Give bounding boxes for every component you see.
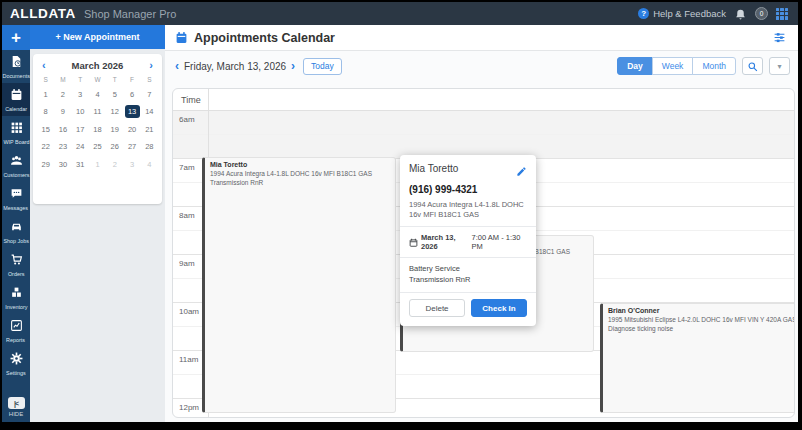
collapse-icon: |< xyxy=(8,397,25,409)
search-button[interactable] xyxy=(742,57,763,75)
minical-prev-icon[interactable]: ‹ xyxy=(42,60,46,71)
minical-day[interactable]: 1 xyxy=(37,88,54,101)
sidebar-item-reports[interactable]: Reports xyxy=(2,314,30,347)
next-day-icon[interactable]: › xyxy=(291,60,295,72)
minical-day[interactable]: 24 xyxy=(72,140,89,153)
sidebar-rail: + DocumentsCalendarWIP BoardCustomersMes… xyxy=(2,25,30,422)
sidebar-item-customers[interactable]: Customers xyxy=(2,149,30,182)
minical-day[interactable]: 6 xyxy=(123,88,140,101)
sidebar-item-calendar[interactable]: Calendar xyxy=(2,83,30,116)
minical-day[interactable]: 1 xyxy=(89,158,106,171)
customers-icon xyxy=(10,153,23,171)
prev-day-icon[interactable]: ‹ xyxy=(175,60,179,72)
popup-vehicle: 1994 Acura Integra L4-1.8L DOHC 16v MFI … xyxy=(409,200,527,220)
sidebar-add-button[interactable]: + xyxy=(2,25,30,50)
popup-date: March 13, 2026 xyxy=(421,233,469,251)
minical-day[interactable]: 8 xyxy=(37,105,54,118)
appointment-block[interactable]: Brian O'Conner1995 Mitsubishi Eclipse L4… xyxy=(600,303,795,413)
sidebar-item-label: Documents xyxy=(2,73,29,78)
minical-day[interactable]: 2 xyxy=(106,158,123,171)
minical-day[interactable]: 28 xyxy=(141,140,158,153)
sidebar-item-messages[interactable]: Messages xyxy=(2,182,30,215)
notifications-bell-icon[interactable] xyxy=(734,7,747,20)
minical-day[interactable]: 5 xyxy=(106,88,123,101)
chevron-down-icon: ▾ xyxy=(777,62,781,71)
sidebar-item-documents[interactable]: Documents xyxy=(2,50,30,83)
minical-day[interactable]: 12 xyxy=(106,105,123,118)
minical-day[interactable]: 2 xyxy=(54,88,71,101)
popup-time-range: 7:00 AM - 1:30 PM xyxy=(472,233,527,251)
minical-day[interactable]: 3 xyxy=(72,88,89,101)
more-options-button[interactable]: ▾ xyxy=(769,57,790,75)
minical-day[interactable]: 30 xyxy=(54,158,71,171)
help-icon: ? xyxy=(638,8,649,19)
minical-day[interactable]: 7 xyxy=(141,88,158,101)
minical-day[interactable]: 3 xyxy=(123,158,140,171)
minical-day[interactable]: 4 xyxy=(89,88,106,101)
view-toggle-week[interactable]: Week xyxy=(652,57,694,75)
minical-day[interactable]: 15 xyxy=(37,123,54,136)
minical-day[interactable]: 16 xyxy=(54,123,71,136)
minical-day[interactable]: 9 xyxy=(54,105,71,118)
main-area: Appointments Calendar ‹ Friday, March 13… xyxy=(165,25,798,422)
minical-day[interactable]: 4 xyxy=(141,158,158,171)
minical-day[interactable]: 18 xyxy=(89,123,106,136)
calendar-toolbar: ‹ Friday, March 13, 2026 › Today DayWeek… xyxy=(165,51,798,81)
minical-next-icon[interactable]: › xyxy=(149,60,153,71)
sidebar-item-label: Orders xyxy=(8,271,25,276)
sidebar-item-settings[interactable]: Settings xyxy=(2,347,30,380)
minical-day[interactable]: 29 xyxy=(37,158,54,171)
app-title: Shop Manager Pro xyxy=(84,8,176,20)
minical-day[interactable]: 26 xyxy=(106,140,123,153)
minical-day[interactable]: 17 xyxy=(72,123,89,136)
view-toggle-month[interactable]: Month xyxy=(692,57,736,75)
check-in-button[interactable]: Check In xyxy=(471,299,527,317)
minical-day[interactable]: 22 xyxy=(37,140,54,153)
notification-count-badge: 0 xyxy=(755,7,768,20)
appointment-block[interactable]: Mia Toretto1994 Acura Integra L4-1.8L DO… xyxy=(202,157,396,413)
messages-icon xyxy=(10,186,23,204)
orders-icon xyxy=(10,252,23,270)
left-panel: + New Appointment ‹ March 2026 › SMTWTFS… xyxy=(30,25,165,422)
minical-day[interactable]: 20 xyxy=(123,123,140,136)
minical-day-selected[interactable]: 13 xyxy=(125,105,140,118)
today-button[interactable]: Today xyxy=(303,58,342,75)
minical-day[interactable]: 19 xyxy=(106,123,123,136)
minical-day[interactable]: 11 xyxy=(89,105,106,118)
minical-day[interactable]: 31 xyxy=(72,158,89,171)
minical-day[interactable]: 21 xyxy=(141,123,158,136)
minical-month-label: March 2026 xyxy=(72,60,124,71)
sidebar-item-wip-board[interactable]: WIP Board xyxy=(2,116,30,149)
edit-pencil-icon[interactable] xyxy=(516,163,527,181)
minical-day[interactable]: 25 xyxy=(89,140,106,153)
view-toggle-day[interactable]: Day xyxy=(617,57,653,75)
sidebar-item-label: WIP Board xyxy=(3,139,29,144)
minical-day[interactable]: 10 xyxy=(72,105,89,118)
weekday-header: S xyxy=(141,76,158,83)
help-feedback-link[interactable]: ? Help & Feedback xyxy=(638,8,726,19)
sidebar-item-shop-jobs[interactable]: Shop Jobs xyxy=(2,215,30,248)
time-column-header: Time xyxy=(173,89,794,111)
weekday-header: S xyxy=(37,76,54,83)
help-feedback-label: Help & Feedback xyxy=(653,8,726,19)
minical-day[interactable]: 14 xyxy=(141,105,158,118)
minical-day[interactable]: 27 xyxy=(123,140,140,153)
popup-service-line: Transmission RnR xyxy=(409,275,527,286)
minical-day[interactable]: 23 xyxy=(54,140,71,153)
sidebar-hide-button[interactable]: |< HIDE xyxy=(2,397,30,417)
new-appointment-button[interactable]: + New Appointment xyxy=(30,25,165,49)
apps-grid-icon[interactable] xyxy=(776,8,788,20)
sidebar-item-label: Messages xyxy=(4,205,29,210)
appointment-customer: Mia Toretto xyxy=(210,161,390,168)
settings-sliders-icon[interactable] xyxy=(773,31,786,44)
time-slot-row[interactable] xyxy=(173,111,794,135)
page-title: Appointments Calendar xyxy=(194,31,773,45)
page-header: Appointments Calendar xyxy=(165,25,798,51)
mini-calendar-header: ‹ March 2026 › xyxy=(37,60,158,71)
sidebar-item-inventory[interactable]: Inventory xyxy=(2,281,30,314)
delete-button[interactable]: Delete xyxy=(409,299,465,317)
sidebar-item-orders[interactable]: Orders xyxy=(2,248,30,281)
appointment-vehicle: 1995 Mitsubishi Eclipse L4-2.0L DOHC 16v… xyxy=(608,316,790,323)
weekday-header: F xyxy=(123,76,140,83)
shop-jobs-icon xyxy=(10,219,23,237)
